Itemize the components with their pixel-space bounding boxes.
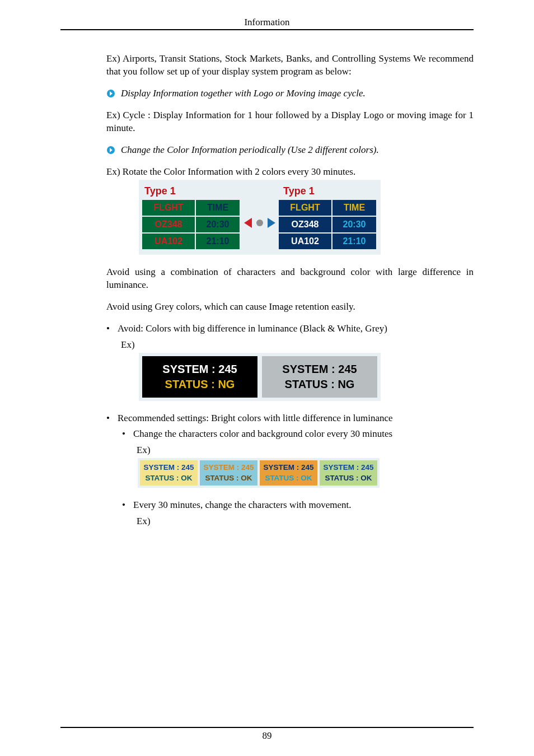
arrow-right-circle-icon — [106, 89, 115, 98]
panel-line: SYSTEM : 245 — [140, 463, 198, 473]
panel-line: STATUS : OK — [260, 473, 317, 483]
table-cell: OZ348 — [142, 216, 195, 233]
panel-line: SYSTEM : 245 — [260, 463, 317, 473]
header-rule — [60, 29, 474, 30]
example-panel-dark: SYSTEM : 245 STATUS : NG — [142, 356, 257, 398]
example-label: Ex) — [137, 515, 474, 528]
panel-line: SYSTEM : 245 — [142, 362, 257, 377]
color-panel: SYSTEM : 245 STATUS : OK — [320, 460, 377, 485]
type-label: Type 1 — [281, 182, 315, 200]
table-header: FLGHT — [279, 200, 332, 216]
bullet-text: Change the Color Information periodicall… — [121, 144, 379, 157]
panel-line: SYSTEM : 245 — [320, 463, 377, 473]
list-text: Change the characters color and backgrou… — [133, 428, 474, 441]
table-cell: 20:30 — [195, 216, 240, 233]
paragraph: Ex) Rotate the Color Information with 2 … — [106, 166, 474, 179]
arrow-bullet: Display Information together with Logo o… — [106, 87, 474, 100]
table-cell: UA102 — [279, 233, 332, 250]
paragraph: Ex) Cycle : Display Information for 1 ho… — [106, 109, 474, 135]
table-header: FLGHT — [142, 200, 195, 216]
figure-avoid-luminance: SYSTEM : 245 STATUS : NG SYSTEM : 245 ST… — [139, 353, 381, 401]
svg-marker-2 — [244, 218, 252, 228]
example-panel-grey: SYSTEM : 245 STATUS : NG — [262, 356, 377, 398]
table-header: TIME — [332, 200, 377, 216]
panel-line: STATUS : NG — [142, 377, 257, 392]
list-text: Every 30 minutes, change the characters … — [133, 499, 474, 512]
bullet-dot-icon: • — [106, 323, 118, 335]
list-item: • Change the characters color and backgr… — [122, 428, 474, 441]
panel-line: STATUS : OK — [320, 473, 377, 483]
list-text: Recommended settings: Bright colors with… — [118, 412, 474, 425]
page-number: 89 — [60, 730, 474, 741]
paragraph: Avoid using Grey colors, which can cause… — [106, 301, 474, 314]
color-panel: SYSTEM : 245 STATUS : OK — [260, 460, 317, 485]
list-item: • Recommended settings: Bright colors wi… — [106, 412, 474, 425]
svg-point-3 — [256, 220, 263, 226]
type-label: Type 1 — [142, 182, 241, 200]
paragraph: Ex) Airports, Transit Stations, Stock Ma… — [106, 53, 474, 78]
swap-arrows-icon — [241, 215, 279, 235]
color-panel: SYSTEM : 245 STATUS : OK — [200, 460, 257, 485]
table-header: TIME — [195, 200, 240, 216]
bullet-dot-icon: • — [122, 499, 133, 512]
flight-table-right: FLGHT TIME OZ348 20:30 UA102 21:10 — [279, 200, 377, 250]
footer-rule — [60, 727, 474, 728]
arrow-bullet: Change the Color Information periodicall… — [106, 144, 474, 157]
table-cell: UA102 — [142, 233, 195, 250]
arrow-right-circle-icon — [106, 146, 115, 155]
figure-color-rotation: Type 1 Type 1 FLGHT TIME OZ348 20:30 UA1… — [139, 180, 381, 255]
paragraph: Avoid using a combination of characters … — [106, 266, 474, 292]
bullet-dot-icon: • — [122, 428, 133, 441]
example-label: Ex) — [121, 339, 474, 352]
table-cell: OZ348 — [279, 216, 332, 233]
page-content: Ex) Airports, Transit Stations, Stock Ma… — [106, 53, 474, 528]
list-text: Avoid: Colors with big difference in lum… — [118, 323, 474, 335]
list-item: • Avoid: Colors with big difference in l… — [106, 323, 474, 335]
svg-marker-4 — [268, 218, 275, 228]
panel-line: STATUS : NG — [262, 377, 377, 392]
figure-recommended-colors: SYSTEM : 245 STATUS : OK SYSTEM : 245 ST… — [138, 458, 380, 487]
bullet-dot-icon: • — [106, 412, 118, 425]
color-panel: SYSTEM : 245 STATUS : OK — [140, 460, 198, 485]
table-cell: 21:10 — [195, 233, 240, 250]
panel-line: STATUS : OK — [140, 473, 198, 483]
panel-line: SYSTEM : 245 — [262, 362, 377, 377]
list-item: • Every 30 minutes, change the character… — [122, 499, 474, 512]
table-cell: 21:10 — [332, 233, 377, 250]
panel-line: SYSTEM : 245 — [200, 463, 257, 473]
example-label: Ex) — [137, 444, 474, 457]
bullet-text: Display Information together with Logo o… — [121, 87, 366, 100]
flight-table-left: FLGHT TIME OZ348 20:30 UA102 21:10 — [142, 200, 241, 250]
panel-line: STATUS : OK — [200, 473, 257, 483]
page-footer: 89 — [60, 727, 474, 741]
page-header-title: Information — [60, 17, 474, 29]
table-cell: 20:30 — [332, 216, 377, 233]
